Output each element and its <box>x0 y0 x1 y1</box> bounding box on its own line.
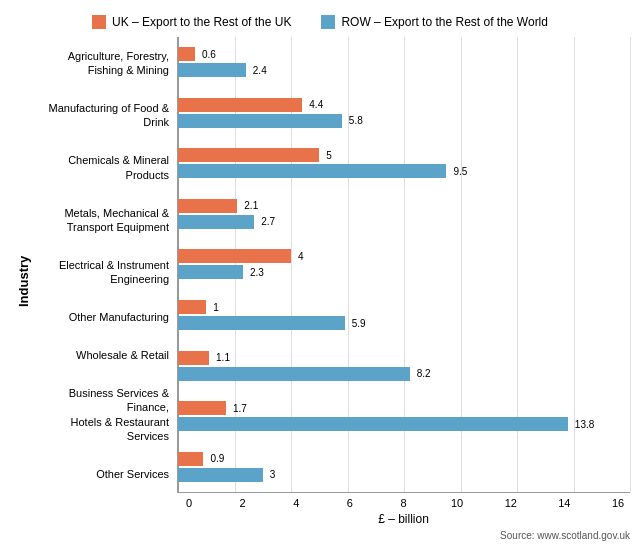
uk-bar-row: 1.7 <box>178 401 630 415</box>
x-tick-label: 14 <box>552 497 576 509</box>
bar-group: 1.18.2 <box>178 349 630 383</box>
grid-line <box>630 37 631 492</box>
x-tick-label: 10 <box>445 497 469 509</box>
row-bar <box>178 164 446 178</box>
uk-bar-row: 4.4 <box>178 98 630 112</box>
uk-bar <box>178 98 302 112</box>
row-bar-row: 2.7 <box>178 215 630 229</box>
uk-bar-value: 2.1 <box>244 200 258 211</box>
uk-bar-value: 4.4 <box>309 99 323 110</box>
uk-bar <box>178 148 319 162</box>
bar-group: 15.9 <box>178 298 630 332</box>
uk-bar-value: 0.6 <box>202 49 216 60</box>
row-bar-value: 9.5 <box>453 166 467 177</box>
uk-bar-value: 1.1 <box>216 352 230 363</box>
x-tick-label: 2 <box>231 497 255 509</box>
category-label: Other Manufacturing <box>32 310 177 324</box>
row-bar <box>178 367 410 381</box>
row-bar-row: 3 <box>178 468 630 482</box>
row-bar-row: 2.4 <box>178 63 630 77</box>
uk-bar-value: 1.7 <box>233 403 247 414</box>
row-bar-value: 3 <box>270 469 276 480</box>
uk-bar <box>178 249 291 263</box>
legend-uk-label: UK – Export to the Rest of the UK <box>112 15 291 29</box>
row-bar <box>178 63 246 77</box>
uk-bar-row: 0.9 <box>178 452 630 466</box>
row-bar-value: 8.2 <box>417 368 431 379</box>
category-label: Agriculture, Forestry,Fishing & Mining <box>32 49 177 78</box>
row-bar-row: 13.8 <box>178 417 630 431</box>
bar-group: 42.3 <box>178 247 630 281</box>
row-bar <box>178 215 254 229</box>
y-axis-label: Industry <box>10 37 32 526</box>
bar-group: 1.713.8 <box>178 399 630 433</box>
category-label: Other Services <box>32 467 177 481</box>
bar-group: 4.45.8 <box>178 96 630 130</box>
row-bar-value: 13.8 <box>575 419 594 430</box>
row-bar-value: 2.7 <box>261 216 275 227</box>
bars-area: 0.62.44.45.859.52.12.742.315.91.18.21.71… <box>177 37 630 493</box>
chart-container: UK – Export to the Rest of the UK ROW – … <box>0 0 640 551</box>
bar-group: 2.12.7 <box>178 197 630 231</box>
legend-row: ROW – Export to the Rest of the World <box>321 15 548 29</box>
row-bar <box>178 468 263 482</box>
bar-group: 59.5 <box>178 146 630 180</box>
category-label: Business Services & Finance,Hotels & Res… <box>32 386 177 443</box>
uk-bar <box>178 199 237 213</box>
category-label: Manufacturing of Food &Drink <box>32 101 177 130</box>
x-tick-label: 6 <box>338 497 362 509</box>
chart-area: Industry Agriculture, Forestry,Fishing &… <box>10 37 630 526</box>
category-label: Electrical & InstrumentEngineering <box>32 258 177 287</box>
uk-bar <box>178 452 203 466</box>
uk-bar-row: 0.6 <box>178 47 630 61</box>
row-bar-value: 2.3 <box>250 267 264 278</box>
uk-bar-value: 4 <box>298 251 304 262</box>
category-label: Metals, Mechanical &Transport Equipment <box>32 206 177 235</box>
bars-and-labels: Agriculture, Forestry,Fishing & MiningMa… <box>32 37 630 493</box>
uk-bar-row: 1.1 <box>178 351 630 365</box>
uk-bar <box>178 300 206 314</box>
uk-bar-row: 5 <box>178 148 630 162</box>
legend-row-color <box>321 15 335 29</box>
uk-bar <box>178 47 195 61</box>
chart-inner: Agriculture, Forestry,Fishing & MiningMa… <box>32 37 630 526</box>
uk-bar-value: 0.9 <box>210 453 224 464</box>
x-tick-label: 4 <box>284 497 308 509</box>
category-label: Wholesale & Retail <box>32 348 177 362</box>
row-bar <box>178 316 345 330</box>
legend-row-label: ROW – Export to the Rest of the World <box>341 15 548 29</box>
legend-uk-color <box>92 15 106 29</box>
row-bar-row: 5.9 <box>178 316 630 330</box>
row-bar-row: 8.2 <box>178 367 630 381</box>
row-bar-row: 9.5 <box>178 164 630 178</box>
row-bar <box>178 417 568 431</box>
legend-uk: UK – Export to the Rest of the UK <box>92 15 291 29</box>
row-bar-value: 5.8 <box>349 115 363 126</box>
uk-bar <box>178 401 226 415</box>
uk-bar-row: 4 <box>178 249 630 263</box>
source: Source: www.scotland.gov.uk <box>10 530 630 541</box>
bar-group: 0.62.4 <box>178 45 630 79</box>
row-bar-row: 2.3 <box>178 265 630 279</box>
row-bar-row: 5.8 <box>178 114 630 128</box>
bar-group: 0.93 <box>178 450 630 484</box>
uk-bar <box>178 351 209 365</box>
x-tick-label: 12 <box>499 497 523 509</box>
row-bar <box>178 265 243 279</box>
legend: UK – Export to the Rest of the UK ROW – … <box>10 15 630 29</box>
uk-bar-row: 1 <box>178 300 630 314</box>
category-label: Chemicals & MineralProducts <box>32 153 177 182</box>
x-tick-label: 8 <box>392 497 416 509</box>
uk-bar-value: 1 <box>213 302 219 313</box>
category-labels: Agriculture, Forestry,Fishing & MiningMa… <box>32 37 177 493</box>
x-axis-title: £ – billion <box>177 512 630 526</box>
uk-bar-value: 5 <box>326 150 332 161</box>
x-tick-label: 0 <box>177 497 201 509</box>
row-bar-value: 5.9 <box>352 318 366 329</box>
x-tick-label: 16 <box>606 497 630 509</box>
x-axis-ticks: 0246810121416 <box>177 493 630 509</box>
uk-bar-row: 2.1 <box>178 199 630 213</box>
row-bar <box>178 114 342 128</box>
row-bar-value: 2.4 <box>253 65 267 76</box>
